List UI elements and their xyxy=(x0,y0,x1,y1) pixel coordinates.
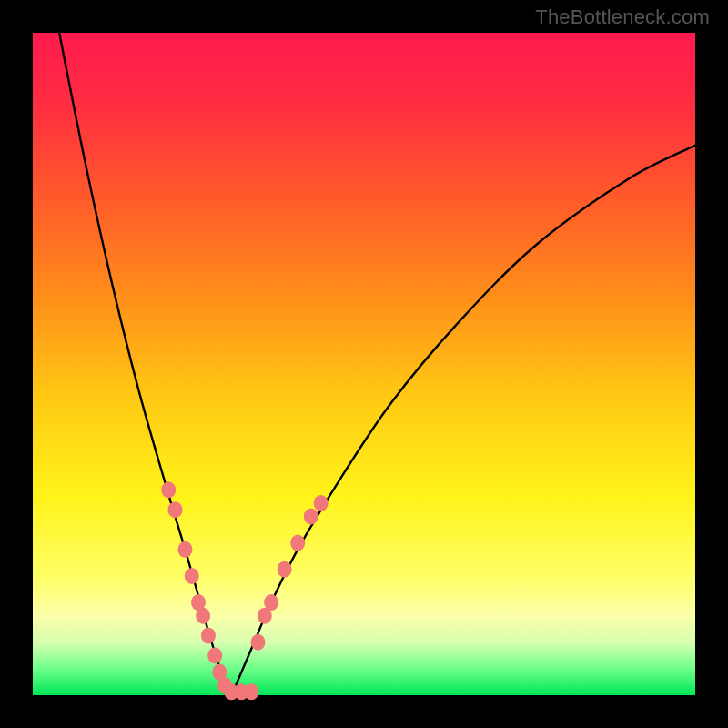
data-marker xyxy=(177,541,192,558)
data-marker xyxy=(314,495,329,511)
data-marker xyxy=(244,683,258,700)
plot-area xyxy=(33,33,695,695)
data-marker xyxy=(251,634,266,651)
chart-frame: TheBottleneck.com xyxy=(0,0,728,728)
marker-group xyxy=(161,481,328,700)
right-branch-curve xyxy=(231,146,695,695)
curve-layer xyxy=(33,33,695,695)
data-marker xyxy=(290,535,305,551)
data-marker xyxy=(161,481,176,498)
data-marker xyxy=(185,568,199,584)
left-branch-curve xyxy=(59,33,231,695)
data-marker xyxy=(207,647,222,663)
data-marker xyxy=(278,561,292,578)
data-marker xyxy=(304,508,318,524)
data-marker xyxy=(201,627,216,643)
data-marker xyxy=(196,608,210,624)
data-marker xyxy=(264,594,278,611)
watermark-text: TheBottleneck.com xyxy=(535,5,710,29)
data-marker xyxy=(168,501,183,518)
